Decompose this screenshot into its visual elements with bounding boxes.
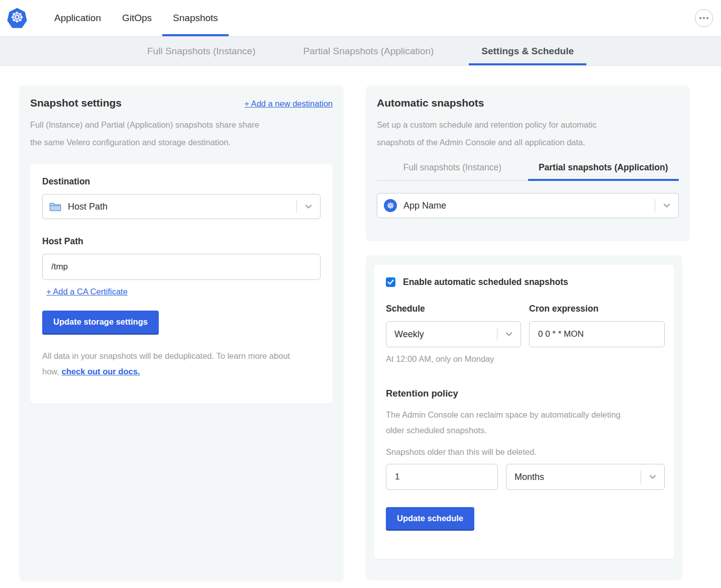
tab-full-snapshots-instance[interactable]: Full snapshots (Instance) [377,157,528,180]
helm-wheel-icon: ☸ [386,202,394,210]
kubernetes-logo-icon[interactable]: ☸ [7,8,27,29]
subnav-tab-full-snapshots[interactable]: Full Snapshots (Instance) [135,37,268,65]
retention-hint: Snapshots older than this will be delete… [386,447,662,457]
cron-expression-label: Cron expression [529,304,665,314]
automatic-snapshots-description: Set up a custom schedule and retention p… [377,116,679,151]
app-select[interactable]: ☸ App Name [377,193,679,218]
update-schedule-button[interactable]: Update schedule [386,507,474,529]
select-divider [497,328,497,341]
snapshots-subnav: Full Snapshots (Instance) Partial Snapsh… [0,36,721,66]
schedule-interval-value: Weekly [394,329,424,340]
schedule-card-outer: Enable automatic scheduled snapshots Sch… [366,255,682,580]
subnav-tab-settings-schedule[interactable]: Settings & Schedule [469,37,586,65]
add-new-destination-link[interactable]: + Add a new destination [244,99,333,109]
subnav-tab-partial-snapshots[interactable]: Partial Snapshots (Application) [290,37,446,65]
chevron-down-icon [303,202,314,212]
retention-policy-title: Retention policy [386,388,662,399]
nav-tab-snapshots[interactable]: Snapshots [162,0,229,36]
select-divider [296,200,297,213]
select-divider [655,199,655,212]
snapshot-settings-title: Snapshot settings [30,97,122,109]
schedule-interval-select[interactable]: Weekly [386,321,521,347]
dedupe-note: All data in your snapshots will be dedup… [42,348,321,379]
helm-wheel-icon: ☸ [11,10,24,25]
schedule-label: Schedule [386,304,521,314]
nav-tab-gitops[interactable]: GitOps [112,0,162,36]
storage-settings-panel: Destination Host Path Host Path + Add a … [30,164,333,404]
select-divider [641,470,641,483]
description-line: Set up a custom schedule and retention p… [377,116,679,134]
automatic-snapshots-title: Automatic snapshots [377,97,679,109]
enable-snapshots-checkbox[interactable] [386,277,395,287]
automatic-snapshots-card: Automatic snapshots Set up a custom sche… [366,85,690,241]
description-line: Full (Instance) and Partial (Application… [30,116,333,134]
retention-unit-select[interactable]: Months [506,464,665,490]
retention-policy-description: The Admin Console can reclaim space by a… [386,407,662,438]
app-kubernetes-icon: ☸ [384,199,397,212]
update-storage-settings-button[interactable]: Update storage settings [42,311,159,333]
dedupe-line: All data in your snapshots will be dedup… [42,348,321,364]
check-icon [387,279,394,285]
add-ca-certificate-link[interactable]: + Add a CA Certificate [46,287,128,297]
chevron-down-icon [648,472,658,482]
description-line: The Admin Console can reclaim space by a… [386,407,662,423]
host-path-label: Host Path [42,236,321,247]
ellipsis-icon [703,17,705,19]
retention-value-input[interactable] [386,464,498,490]
enable-snapshots-row[interactable]: Enable automatic scheduled snapshots [386,277,662,287]
ellipsis-icon [706,17,708,19]
schedule-panel: Enable automatic scheduled snapshots Sch… [374,265,674,559]
right-column: Automatic snapshots Set up a custom sche… [366,85,690,581]
docs-link[interactable]: check out our docs. [62,367,140,376]
app-select-value: App Name [403,201,446,211]
main-content: Snapshot settings + Add a new destinatio… [0,66,721,581]
snapshot-type-tabs: Full snapshots (Instance) Partial snapsh… [377,157,679,181]
folder-icon [49,202,61,212]
cron-expression-input[interactable] [529,321,665,347]
snapshot-settings-description: Full (Instance) and Partial (Application… [30,116,333,151]
chevron-down-icon [504,329,514,339]
chevron-down-icon [662,201,672,211]
nav-tab-application[interactable]: Application [44,0,112,36]
tab-partial-snapshots-application[interactable]: Partial snapshots (Application) [528,157,679,180]
cron-hint: At 12:00 AM, only on Monday [386,354,662,364]
dedupe-line: how, [42,367,62,376]
top-nav: ☸ Application GitOps Snapshots [0,0,721,36]
retention-unit-value: Months [514,472,544,482]
description-line: older scheduled snapshots. [386,423,662,438]
ellipsis-icon [699,17,701,19]
description-line: the same Velero configuration and storag… [30,134,333,151]
snapshot-settings-card: Snapshot settings + Add a new destinatio… [19,85,344,581]
enable-snapshots-label: Enable automatic scheduled snapshots [403,277,568,287]
more-menu-button[interactable] [695,9,713,27]
destination-label: Destination [42,176,321,187]
host-path-input[interactable] [42,254,321,280]
destination-value: Host Path [68,202,108,212]
primary-nav: Application GitOps Snapshots [44,0,229,36]
destination-select[interactable]: Host Path [42,194,321,219]
description-line: snapshots of the Admin Console and all a… [377,134,679,151]
